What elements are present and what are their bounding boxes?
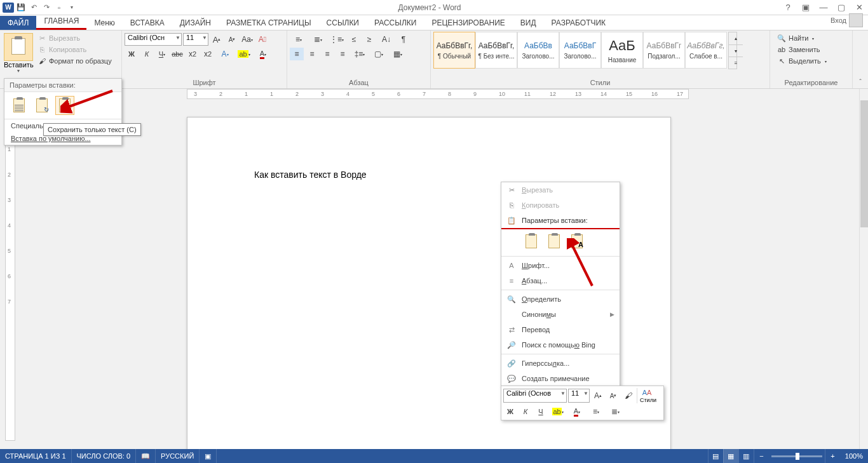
mini-italic[interactable]: К: [519, 405, 532, 418]
ctx-define[interactable]: 🔍Определить: [501, 292, 620, 307]
cut-button[interactable]: ✂Вырезать: [36, 33, 114, 43]
subscript-button[interactable]: x2: [186, 48, 200, 60]
style-title[interactable]: АаБНазвание: [601, 32, 643, 69]
tab-file[interactable]: ФАЙЛ: [0, 16, 36, 30]
ctx-copy[interactable]: ⎘Копировать: [501, 198, 620, 213]
borders-button[interactable]: ▦▾: [389, 48, 407, 60]
copy-button[interactable]: ⎘Копировать: [36, 44, 114, 55]
increase-indent-button[interactable]: ≥: [362, 33, 376, 46]
ctx-synonyms[interactable]: Синонимы▶: [501, 307, 620, 322]
style-nospace[interactable]: АаБбВвГг,¶ Без инте...: [475, 32, 517, 69]
help-icon[interactable]: ?: [779, 0, 797, 15]
tab-view[interactable]: ВИД: [513, 16, 544, 30]
ctx-font[interactable]: AШрифт...: [501, 258, 620, 273]
align-center-button[interactable]: ≡: [305, 48, 319, 60]
sort-button[interactable]: A↓: [377, 33, 395, 46]
justify-button[interactable]: ≡: [336, 48, 349, 60]
undo-icon[interactable]: ↶: [28, 2, 39, 13]
save-icon[interactable]: 💾: [15, 2, 27, 13]
italic-button[interactable]: К: [140, 48, 154, 60]
zoom-out-icon[interactable]: −: [754, 449, 769, 463]
clear-formatting-button[interactable]: A⃥: [255, 33, 269, 46]
style-heading1[interactable]: АаБбВвЗаголово...: [517, 32, 559, 69]
mini-font-select[interactable]: Calibri (Основ: [503, 389, 567, 403]
tab-mailings[interactable]: РАССЫЛКИ: [367, 16, 424, 30]
web-layout-icon[interactable]: ▥: [738, 449, 754, 463]
shrink-font-button[interactable]: A▾: [225, 33, 239, 46]
style-subtitle[interactable]: АаБбВвГгПодзагол...: [643, 32, 685, 69]
strikethrough-button[interactable]: abc: [170, 48, 184, 60]
page-status[interactable]: СТРАНИЦА 1 ИЗ 1: [0, 449, 72, 463]
login-button[interactable]: Вход: [825, 11, 868, 30]
tab-design[interactable]: ДИЗАЙН: [172, 16, 219, 30]
ribbon-options-icon[interactable]: ▣: [797, 0, 815, 15]
mini-highlight[interactable]: ab▾: [549, 405, 567, 418]
ctx-translate[interactable]: ⇄Перевод: [501, 322, 620, 337]
show-marks-button[interactable]: ¶: [397, 33, 410, 46]
mini-bold[interactable]: Ж: [503, 405, 517, 418]
decrease-indent-button[interactable]: ≤: [347, 33, 361, 46]
tab-review[interactable]: РЕЦЕНЗИРОВАНИЕ: [424, 16, 512, 30]
ctx-paste-merge[interactable]: [545, 232, 564, 251]
redo-icon[interactable]: ↷: [41, 2, 52, 13]
macro-status[interactable]: ▣: [200, 449, 217, 463]
align-left-button[interactable]: ≡: [290, 48, 304, 60]
read-mode-icon[interactable]: ▤: [708, 449, 723, 463]
bold-button[interactable]: Ж: [125, 48, 139, 60]
ctx-paragraph[interactable]: ≡Абзац...: [501, 273, 620, 288]
underline-button[interactable]: Ч▾: [155, 48, 169, 60]
mini-shrink-font[interactable]: A▾: [606, 389, 620, 402]
paste-merge-formatting[interactable]: ↻: [32, 96, 51, 115]
line-spacing-button[interactable]: ‡≡▾: [351, 48, 369, 60]
mini-numbering[interactable]: ≣▾: [606, 405, 624, 418]
mini-bullets[interactable]: ≡▾: [587, 405, 605, 418]
align-right-button[interactable]: ≡: [320, 48, 334, 60]
font-name-select[interactable]: Calibri (Осн: [125, 33, 182, 46]
tab-insert[interactable]: ВСТАВКА: [123, 16, 172, 30]
tab-developer[interactable]: РАЗРАБОТЧИК: [544, 16, 614, 30]
scrollbar-thumb[interactable]: [860, 100, 868, 227]
ctx-paste-text[interactable]: A: [567, 232, 587, 251]
select-button[interactable]: ↖Выделить▾: [775, 56, 829, 66]
grow-font-button[interactable]: A▴: [210, 33, 224, 46]
ctx-search-bing[interactable]: 🔎Поиск с помощью Bing: [501, 337, 620, 352]
print-layout-icon[interactable]: ▦: [723, 449, 738, 463]
highlight-button[interactable]: ab▾: [235, 48, 253, 60]
ctx-cut[interactable]: ✂Вырезать: [501, 182, 620, 198]
mini-font-color[interactable]: A▾: [568, 405, 586, 418]
multilevel-button[interactable]: ⋮≡▾: [328, 33, 346, 46]
mini-size-select[interactable]: 11: [568, 389, 590, 403]
horizontal-ruler[interactable]: 3211234567891011121314151617: [15, 89, 859, 99]
tab-references[interactable]: ССЫЛКИ: [319, 16, 367, 30]
spelling-status[interactable]: 📖: [136, 449, 156, 463]
paste-keep-formatting[interactable]: [10, 96, 29, 115]
ctx-hyperlink[interactable]: 🔗Гиперссылка...: [501, 356, 620, 371]
style-heading2[interactable]: АаБбВвГЗаголово...: [559, 32, 601, 69]
word-count[interactable]: ЧИСЛО СЛОВ: 0: [72, 449, 137, 463]
text-effects-button[interactable]: A▾: [216, 48, 234, 60]
font-size-select[interactable]: 11: [183, 33, 208, 46]
numbering-button[interactable]: ≣▾: [309, 33, 327, 46]
styles-down-icon[interactable]: ▾: [729, 44, 743, 57]
tab-home[interactable]: ГЛАВНАЯ: [36, 14, 86, 30]
superscript-button[interactable]: x2: [201, 48, 215, 60]
mini-format-painter[interactable]: 🖌: [621, 389, 635, 402]
mini-grow-font[interactable]: A▴: [591, 389, 605, 402]
zoom-in-icon[interactable]: +: [825, 449, 840, 463]
font-color-button[interactable]: A▾: [254, 48, 272, 60]
find-button[interactable]: 🔍Найти▾: [775, 33, 829, 43]
style-gallery[interactable]: АаБбВвГг,¶ Обычный АаБбВвГг,¶ Без инте..…: [433, 32, 727, 69]
ctx-comment[interactable]: 💬Создать примечание: [501, 371, 620, 386]
vertical-ruler[interactable]: 1234567: [5, 99, 15, 449]
format-painter-button[interactable]: 🖌Формат по образцу: [36, 56, 114, 66]
paste-button[interactable]: Вставить ▼: [3, 32, 34, 74]
bullets-button[interactable]: ≡▾: [290, 33, 308, 46]
vertical-scrollbar[interactable]: [859, 89, 868, 449]
mini-styles[interactable]: AA: [640, 388, 654, 397]
styles-more-icon[interactable]: ≡: [729, 57, 743, 69]
ctx-paste-keep[interactable]: [522, 232, 541, 251]
change-case-button[interactable]: Aa▾: [240, 33, 254, 46]
tab-layout[interactable]: РАЗМЕТКА СТРАНИЦЫ: [219, 16, 319, 30]
qat-dropdown-icon[interactable]: ▼: [66, 2, 78, 13]
tab-menu[interactable]: Меню: [86, 16, 122, 30]
